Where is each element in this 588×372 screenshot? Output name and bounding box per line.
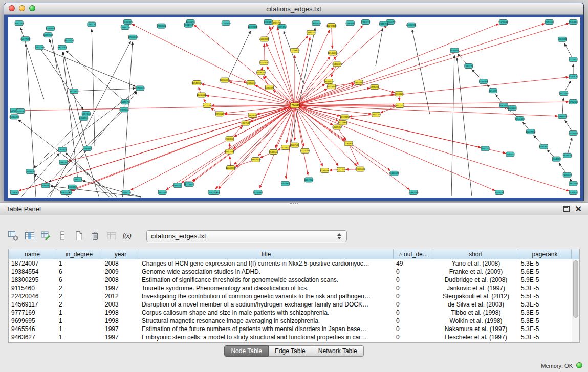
graph-node[interactable]: 20683385 — [259, 37, 270, 41]
graph-node[interactable]: 5862553 — [79, 116, 89, 120]
graph-node[interactable]: 13517810 — [505, 152, 515, 157]
graph-node[interactable]: 21531066 — [355, 167, 365, 171]
graph-node[interactable]: 6433748 — [82, 111, 91, 116]
graph-node[interactable]: 16915303 — [499, 103, 509, 108]
table-row[interactable]: 1830029562008Estimation of significance … — [9, 276, 572, 284]
graph-node[interactable]: 18667530 — [251, 157, 261, 162]
graph-node[interactable]: 6289950 — [46, 26, 55, 31]
graph-node[interactable]: 18713934 — [324, 79, 334, 84]
graph-node[interactable]: 14085257 — [332, 125, 342, 129]
graph-node[interactable]: 6877132 — [277, 25, 287, 29]
graph-node[interactable]: 17144894 — [338, 120, 348, 125]
graph-node[interactable]: 19398186 — [119, 107, 129, 112]
show-columns-icon[interactable] — [24, 230, 36, 242]
table-row[interactable]: 911546021997Tourette syndrome. Phenomeno… — [9, 284, 572, 292]
graph-node[interactable]: 12650719 — [220, 78, 230, 82]
graph-node[interactable]: 9504769 — [552, 157, 561, 161]
column-header-name[interactable]: name — [9, 249, 56, 259]
graph-node[interactable]: 16080373 — [123, 20, 133, 25]
table-row[interactable]: 969969511998Structural magnetic resonanc… — [9, 317, 572, 325]
create-table-icon[interactable] — [73, 230, 85, 242]
table-row[interactable]: 2242004622012Investigating the contribut… — [9, 292, 572, 300]
zoom-window-button[interactable] — [29, 5, 35, 11]
graph-node[interactable]: 18989876 — [557, 114, 568, 119]
window-titlebar[interactable]: citations_edges.txt — [4, 3, 583, 15]
graph-node[interactable]: 6187962 — [304, 178, 314, 182]
graph-node[interactable]: 2866908 — [226, 137, 235, 141]
graph-node[interactable]: 10714202 — [480, 146, 490, 151]
graph-node[interactable]: 2180904 — [344, 141, 354, 146]
graph-node[interactable]: 4274098 — [489, 89, 498, 93]
graph-node[interactable]: 14132299 — [34, 45, 45, 50]
graph-node[interactable]: 7234083 — [10, 190, 19, 195]
float-panel-icon[interactable] — [563, 206, 570, 212]
panel-resize-grip[interactable] — [290, 203, 298, 206]
graph-node[interactable]: 3675907 — [70, 89, 79, 94]
graph-node[interactable]: 14513491 — [157, 190, 167, 195]
graph-node[interactable]: 15364451 — [58, 160, 69, 164]
graph-node[interactable]: 20466763 — [120, 100, 130, 104]
column-header-out-de-[interactable]: △out_de... — [394, 249, 433, 259]
graph-node[interactable]: 5127447 — [569, 57, 578, 62]
graph-node[interactable]: 12048318 — [226, 165, 236, 170]
graph-node[interactable]: 14096334 — [256, 70, 266, 75]
table-scrollbar[interactable] — [572, 259, 579, 342]
graph-node[interactable]: 12298468 — [326, 23, 337, 28]
network-canvas[interactable]: 1212887413393310122984681214061510456822… — [8, 17, 580, 198]
function-builder-icon[interactable]: f(x) — [122, 230, 134, 242]
graph-node[interactable]: 12128874 — [290, 48, 300, 53]
graph-node[interactable]: 4007585 — [290, 143, 299, 147]
graph-node[interactable]: 4941209 — [64, 38, 74, 43]
graph-node[interactable]: 18149127 — [121, 190, 132, 195]
graph-node[interactable]: 16401524 — [197, 93, 207, 97]
graph-node[interactable]: 10714946 — [135, 86, 145, 91]
table-row[interactable]: 1456911722003Disruption of a novel membe… — [9, 300, 572, 309]
graph-node[interactable]: 5530775 — [569, 190, 578, 195]
graph-node[interactable]: 3490106 — [265, 85, 274, 90]
graph-node[interactable]: 4377096 — [354, 80, 363, 84]
graph-node[interactable]: 18337299 — [408, 190, 419, 195]
graph-node[interactable]: 21284499 — [9, 115, 19, 119]
graph-node[interactable]: 6798233 — [371, 85, 380, 90]
graph-node[interactable]: 16943311 — [280, 181, 291, 186]
graph-node[interactable]: 15839952 — [82, 146, 93, 151]
graph-node[interactable]: 1105885 — [569, 20, 578, 25]
graph-node[interactable]: 13393310 — [306, 30, 316, 35]
graph-node[interactable]: 16948689 — [192, 80, 202, 85]
graph-node[interactable]: 5760123 — [58, 147, 67, 152]
citation-network-graph[interactable]: 1212887413393310122984681214061510456822… — [8, 17, 580, 198]
column-header-pagerank[interactable]: pagerank — [518, 249, 572, 259]
graph-node[interactable]: 18729257 — [340, 115, 350, 119]
graph-node[interactable]: 2341793 — [379, 21, 388, 26]
graph-node[interactable]: 12632555 — [207, 190, 217, 195]
graph-node[interactable]: 17135062 — [15, 108, 26, 113]
graph-node[interactable]: 14027994 — [526, 129, 536, 134]
graph-node[interactable]: 8291496 — [320, 168, 330, 173]
table-row[interactable]: 977716911998Corpus callosum shape and si… — [9, 309, 572, 317]
graph-node[interactable]: 5114303 — [185, 182, 194, 187]
graph-node[interactable]: 15074359 — [326, 84, 337, 89]
graph-node[interactable]: 1947138 — [242, 121, 251, 125]
graph-node[interactable]: 12983491 — [345, 21, 356, 26]
graph-node[interactable]: 7590240 — [173, 183, 183, 188]
graph-node[interactable]: 1340275 — [464, 64, 473, 69]
tab-network-table[interactable]: Network Table — [312, 345, 364, 357]
column-header-short[interactable]: short — [433, 249, 518, 259]
graph-node[interactable]: 20174355 — [406, 23, 417, 27]
graph-node[interactable]: 11542179 — [225, 149, 235, 154]
graph-node[interactable]: 13107313 — [371, 112, 381, 117]
graph-node[interactable]: 18556834 — [128, 35, 138, 39]
graph-node[interactable]: 8813783 — [58, 45, 67, 50]
graph-node[interactable]: 8409976 — [563, 153, 572, 158]
graph-node[interactable]: 6144085 — [479, 79, 488, 84]
delete-table-icon[interactable] — [89, 230, 101, 242]
import-table-icon[interactable] — [105, 230, 118, 242]
graph-hub-node[interactable]: 1724049 — [290, 103, 299, 108]
graph-node[interactable]: 3677110 — [396, 103, 404, 108]
graph-node[interactable]: 10456822 — [332, 62, 342, 67]
graph-node[interactable]: 7034713 — [184, 23, 193, 27]
graph-node[interactable]: 4542449 — [15, 21, 24, 26]
graph-node[interactable]: 19624678 — [311, 21, 321, 26]
graph-node[interactable]: 3096382 — [264, 20, 273, 25]
edit-table-icon[interactable] — [40, 230, 52, 242]
